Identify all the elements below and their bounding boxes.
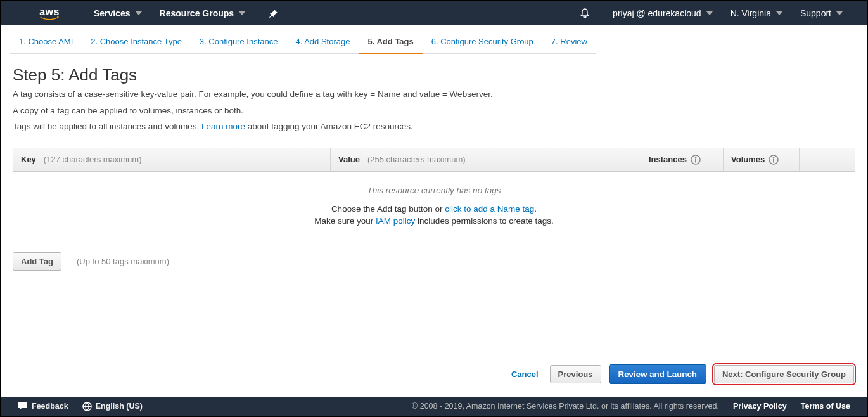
footer-buttons: Cancel Previous Review and Launch Next: … xyxy=(1,356,867,397)
wizard-tabs: 1. Choose AMI 2. Choose Instance Type 3.… xyxy=(1,25,867,54)
tab-add-storage[interactable]: 4. Add Storage xyxy=(286,32,359,54)
privacy-policy-link[interactable]: Privacy Policy xyxy=(733,402,787,411)
hdr-key: Key (127 characters maximum) xyxy=(13,148,330,171)
language-selector[interactable]: English (US) xyxy=(82,402,143,411)
add-tag-button[interactable]: Add Tag xyxy=(13,252,61,271)
nav-pin[interactable] xyxy=(260,1,287,25)
svg-point-1 xyxy=(695,157,696,158)
iam-policy-link[interactable]: IAM policy xyxy=(376,216,415,226)
pin-icon xyxy=(269,9,278,18)
nav-region-label: N. Virginia xyxy=(731,8,771,18)
nav-resource-groups-label: Resource Groups xyxy=(160,8,234,18)
nav-services-label: Services xyxy=(94,8,131,18)
svg-point-4 xyxy=(773,157,774,158)
tab-review[interactable]: 7. Review xyxy=(542,32,596,54)
tab-choose-instance-type[interactable]: 2. Choose Instance Type xyxy=(82,32,191,54)
chevron-down-icon xyxy=(136,11,142,15)
bottombar: Feedback English (US) © 2008 - 2019, Ama… xyxy=(1,397,867,416)
tab-add-tags[interactable]: 5. Add Tags xyxy=(359,32,422,54)
nav-resource-groups[interactable]: Resource Groups xyxy=(151,1,254,25)
globe-icon xyxy=(82,402,92,411)
previous-button[interactable]: Previous xyxy=(550,365,601,383)
hdr-instances: Instances xyxy=(641,148,723,171)
tags-header-row: Key (127 characters maximum) Value (255 … xyxy=(13,148,855,172)
page-title: Step 5: Add Tags xyxy=(13,65,855,85)
hdr-end xyxy=(799,148,855,171)
svg-rect-2 xyxy=(695,158,696,162)
tab-configure-security-group[interactable]: 6. Configure Security Group xyxy=(423,32,542,54)
page-desc-2: A copy of a tag can be applied to volume… xyxy=(13,104,855,118)
chevron-down-icon xyxy=(239,11,245,15)
chevron-down-icon xyxy=(776,11,782,15)
nav-support[interactable]: Support xyxy=(791,1,852,25)
info-icon[interactable] xyxy=(691,155,701,165)
nav-support-label: Support xyxy=(800,8,831,18)
iam-policy-msg: Make sure your IAM policy includes permi… xyxy=(13,216,855,226)
page-desc-1: A tag consists of a case-sensitive key-v… xyxy=(13,87,855,101)
click-to-add-name-tag-link[interactable]: click to add a Name tag xyxy=(445,204,534,214)
speech-bubble-icon xyxy=(18,402,28,411)
choose-add-tag-msg: Choose the Add tag button or click to ad… xyxy=(13,204,855,214)
copyright-text: © 2008 - 2019, Amazon Internet Services … xyxy=(412,402,719,411)
page-desc-3: Tags will be applied to all instances an… xyxy=(13,120,855,134)
no-tags-msg: This resource currently has no tags xyxy=(13,186,855,195)
next-configure-security-group-button[interactable]: Next: Configure Security Group xyxy=(714,365,854,383)
nav-services[interactable]: Services xyxy=(85,1,151,25)
nav-notifications[interactable] xyxy=(571,1,599,25)
terms-of-use-link[interactable]: Terms of Use xyxy=(801,402,850,411)
bell-icon xyxy=(580,8,590,18)
tab-configure-instance[interactable]: 3. Configure Instance xyxy=(191,32,287,54)
cancel-button[interactable]: Cancel xyxy=(507,364,542,384)
info-icon[interactable] xyxy=(769,155,779,165)
nav-account-label: priyaj @ edurekacloud xyxy=(613,8,701,18)
review-and-launch-button[interactable]: Review and Launch xyxy=(609,364,706,384)
topnav: aws Services Resource Groups priya xyxy=(1,1,867,25)
nav-account[interactable]: priyaj @ edurekacloud xyxy=(604,1,722,25)
content: Step 5: Add Tags A tag consists of a cas… xyxy=(1,54,867,356)
nav-region[interactable]: N. Virginia xyxy=(722,1,791,25)
svg-rect-5 xyxy=(773,158,774,162)
aws-smile-icon xyxy=(37,16,62,20)
tab-choose-ami[interactable]: 1. Choose AMI xyxy=(10,32,82,54)
feedback-link[interactable]: Feedback xyxy=(18,402,68,411)
aws-logo[interactable]: aws xyxy=(37,7,62,20)
chevron-down-icon xyxy=(836,11,843,15)
learn-more-link[interactable]: Learn more xyxy=(201,122,245,131)
hdr-value: Value (255 characters maximum) xyxy=(330,148,641,171)
hdr-volumes: Volumes xyxy=(723,148,799,171)
add-tag-hint: (Up to 50 tags maximum) xyxy=(77,257,169,266)
chevron-down-icon xyxy=(706,11,713,15)
